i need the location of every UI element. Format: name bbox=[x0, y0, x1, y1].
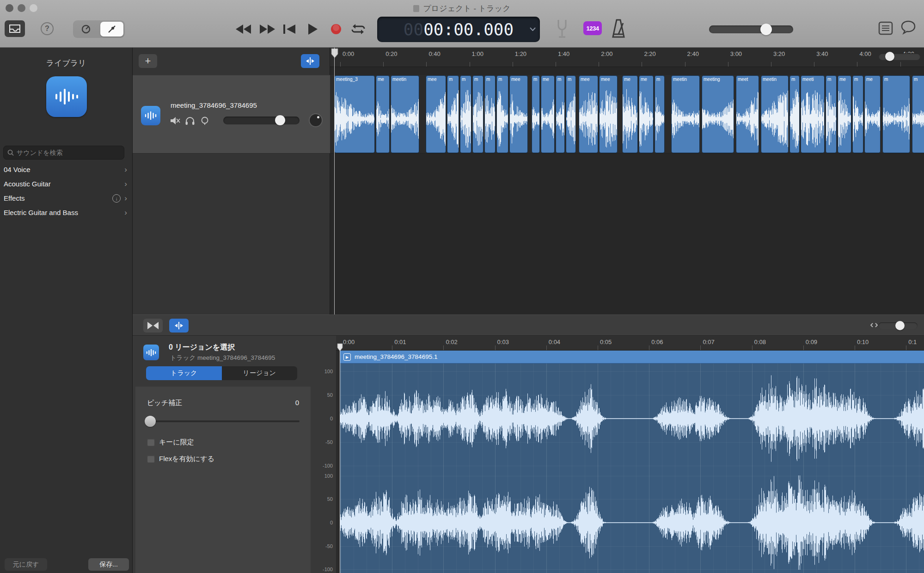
audio-region[interactable]: m bbox=[655, 75, 665, 153]
audio-region[interactable]: meetin bbox=[671, 75, 700, 153]
audio-region[interactable]: m bbox=[447, 75, 459, 153]
audio-region[interactable]: me bbox=[622, 75, 638, 153]
ruler-tick bbox=[855, 345, 855, 350]
audio-region[interactable]: m bbox=[789, 75, 800, 153]
media-browser-button[interactable] bbox=[5, 20, 25, 37]
notepad-icon[interactable] bbox=[878, 21, 893, 35]
tuner-icon[interactable] bbox=[555, 18, 569, 39]
track-volume-knob[interactable] bbox=[275, 115, 285, 125]
audio-region[interactable]: me bbox=[864, 75, 881, 153]
audio-region[interactable]: mee bbox=[426, 75, 446, 153]
audio-region[interactable]: m bbox=[532, 75, 540, 153]
editor-waveform-area[interactable] bbox=[340, 364, 924, 573]
editor-playhead-line bbox=[340, 344, 340, 573]
audio-region[interactable]: m bbox=[826, 75, 837, 153]
library-item[interactable]: 04 Voice› bbox=[0, 162, 133, 177]
flex-icon bbox=[305, 57, 315, 65]
audio-region[interactable]: meeti bbox=[801, 75, 825, 153]
audio-region[interactable]: me bbox=[639, 75, 654, 153]
arrange-zoom-knob[interactable] bbox=[885, 52, 894, 61]
track-row[interactable]: meeting_3784696_3784695 bbox=[133, 75, 330, 154]
arrange-ruler[interactable]: 0:000:200:401:001:201:402:002:202:403:00… bbox=[330, 48, 924, 67]
audio-region[interactable]: m bbox=[484, 75, 496, 153]
save-button[interactable]: 保存... bbox=[88, 558, 129, 571]
audio-region[interactable]: m bbox=[460, 75, 471, 153]
audio-region[interactable]: m bbox=[566, 75, 576, 153]
audio-region[interactable]: meetin bbox=[391, 75, 419, 153]
audio-track-artwork bbox=[46, 76, 87, 117]
monitoring-button[interactable] bbox=[184, 115, 196, 126]
audio-region[interactable]: m bbox=[472, 75, 483, 153]
tab-track[interactable]: トラック bbox=[146, 366, 222, 380]
count-in-button[interactable]: 1234 bbox=[583, 21, 602, 35]
editor-ruler[interactable]: 0:000:010:020:030:040:050:060:070:080:09… bbox=[336, 336, 924, 351]
enable-flex-checkbox[interactable] bbox=[147, 455, 155, 463]
flex-time-button[interactable] bbox=[301, 54, 319, 68]
ruler-tick bbox=[383, 62, 384, 67]
audio-region[interactable]: meeting_3 bbox=[334, 75, 375, 153]
audio-region[interactable]: m bbox=[852, 75, 863, 153]
library-item[interactable]: Electric Guitar and Bass› bbox=[0, 205, 133, 220]
sound-search-field[interactable] bbox=[3, 146, 124, 160]
master-volume-knob[interactable] bbox=[760, 24, 772, 35]
help-button[interactable]: ? bbox=[41, 22, 54, 35]
lcd-time: 00:00.000 bbox=[423, 20, 514, 39]
ruler-tick bbox=[700, 345, 701, 350]
search-input[interactable] bbox=[17, 149, 120, 156]
clip-waveform bbox=[447, 89, 459, 149]
record-button[interactable] bbox=[327, 20, 345, 38]
add-track-button[interactable]: + bbox=[139, 54, 157, 68]
lcd-display[interactable]: 00 00:00.000 bbox=[377, 17, 540, 42]
audio-region[interactable]: me bbox=[541, 75, 555, 153]
undo-button[interactable]: 元に戻す bbox=[5, 558, 47, 571]
pitch-correction-slider[interactable] bbox=[147, 420, 300, 422]
arrange-area[interactable]: 0:000:200:401:001:201:402:002:202:403:00… bbox=[330, 48, 924, 314]
download-icon[interactable]: ↓ bbox=[112, 194, 121, 203]
audio-region[interactable]: meeting bbox=[702, 75, 734, 153]
audio-region[interactable]: m bbox=[556, 75, 565, 153]
audio-region[interactable]: meet bbox=[736, 75, 759, 153]
ruler-tick bbox=[546, 345, 547, 350]
track-volume-slider[interactable] bbox=[223, 117, 300, 124]
tab-region[interactable]: リージョン bbox=[222, 366, 298, 380]
clip-waveform bbox=[460, 89, 471, 149]
audio-region[interactable]: mee bbox=[599, 75, 618, 153]
chat-icon[interactable] bbox=[900, 20, 916, 35]
forward-button[interactable] bbox=[258, 20, 276, 38]
pitch-correction-knob[interactable] bbox=[145, 416, 156, 427]
chevron-down-icon[interactable] bbox=[530, 27, 536, 31]
master-volume-slider[interactable] bbox=[709, 25, 793, 33]
go-to-beginning-button[interactable] bbox=[280, 20, 299, 38]
audio-region[interactable]: meetin bbox=[761, 75, 789, 153]
limit-to-key-checkbox[interactable] bbox=[147, 438, 155, 446]
play-button[interactable] bbox=[304, 20, 322, 38]
audio-region[interactable]: me bbox=[838, 75, 851, 153]
mute-button[interactable] bbox=[170, 115, 181, 126]
editor-region-title: meeting_3784696_3784695.1 bbox=[355, 353, 437, 360]
audio-region[interactable]: m bbox=[882, 75, 910, 153]
cycle-button[interactable] bbox=[349, 20, 367, 38]
editor-region-header[interactable]: ▶ meeting_3784696_3784695.1 bbox=[340, 351, 924, 364]
editor-flex-button[interactable] bbox=[169, 319, 189, 333]
region-label: mee bbox=[579, 76, 598, 83]
library-item-label: 04 Voice bbox=[4, 166, 31, 173]
library-item[interactable]: Acoustic Guitar› bbox=[0, 177, 133, 191]
playhead-marker[interactable] bbox=[331, 48, 338, 58]
audio-region[interactable]: me bbox=[376, 75, 390, 153]
ruler-label: 0:06 bbox=[651, 339, 663, 345]
editor-zoom-knob[interactable] bbox=[895, 321, 905, 330]
metronome-icon[interactable] bbox=[609, 18, 628, 39]
library-item[interactable]: Effects↓› bbox=[0, 191, 133, 205]
ruler-label: 0:01 bbox=[394, 339, 406, 345]
editor-toggle-button[interactable] bbox=[100, 22, 123, 37]
input-button[interactable] bbox=[199, 115, 210, 126]
audio-region[interactable]: mee bbox=[509, 75, 528, 153]
catch-playhead-button[interactable] bbox=[143, 319, 163, 333]
audio-region[interactable]: m bbox=[496, 75, 508, 153]
smart-controls-button[interactable] bbox=[73, 20, 99, 38]
audio-region[interactable]: m bbox=[912, 75, 924, 153]
rewind-button[interactable] bbox=[234, 20, 253, 38]
track-lane[interactable]: meeting_3memeetinmeemmmmmmeemmemmmeemeem… bbox=[330, 75, 924, 154]
audio-region[interactable]: mee bbox=[579, 75, 598, 153]
pan-knob[interactable] bbox=[309, 113, 323, 127]
